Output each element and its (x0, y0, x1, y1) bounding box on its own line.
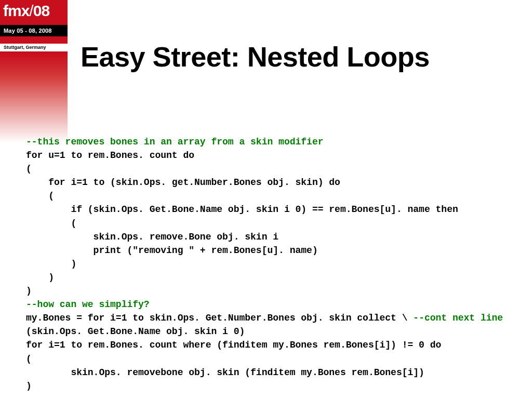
code-line: skin.Ops. removebone obj. skin (finditem… (26, 367, 424, 378)
code-line: if (skin.Ops. Get.Bone.Name obj. skin i … (26, 204, 458, 215)
date-bar: May 05 - 08, 2008 (0, 25, 68, 36)
code-line: for u=1 to rem.Bones. count do (26, 150, 194, 161)
code-line: my.Bones = for i=1 to skin.Ops. Get.Numb… (26, 313, 413, 323)
code-line: ) (26, 381, 32, 391)
code-line: for i=1 to (skin.Ops. get.Number.Bones o… (26, 177, 340, 188)
slide-title: Easy Street: Nested Loops (81, 41, 430, 73)
code-comment-1: --this removes bones in an array from a … (26, 137, 324, 147)
code-line: (skin.Ops. Get.Bone.Name obj. skin i 0) (26, 326, 245, 337)
code-line: ) (26, 259, 76, 269)
code-line: print ("removing " + rem.Bones[u]. name) (26, 245, 318, 256)
location-bar: Stuttgart, Germany (0, 44, 68, 51)
code-line: ( (26, 218, 76, 229)
slide: fmx/08 May 05 - 08, 2008 Stuttgart, Germ… (0, 0, 532, 399)
code-line: for i=1 to rem.Bones. count where (findi… (26, 340, 441, 350)
code-line: skin.Ops. remove.Bone obj. skin i (26, 232, 278, 242)
logo: fmx/08 (3, 2, 49, 20)
code-comment-inline: --cont next line (413, 313, 503, 323)
code-comment-2: --how can we simplify? (26, 299, 150, 310)
sidebar-red-block (0, 0, 68, 55)
code-line: ( (26, 354, 32, 364)
logo-brand: fmx (3, 2, 29, 19)
logo-year: 08 (33, 2, 49, 19)
code-line: ( (26, 164, 32, 174)
code-line: ) (26, 272, 54, 283)
sidebar-gradient (0, 55, 68, 143)
code-line: ) (26, 286, 32, 296)
logo-sep: / (29, 2, 33, 19)
code-block: --this removes bones in an array from a … (26, 135, 526, 393)
code-line: ( (26, 191, 54, 201)
